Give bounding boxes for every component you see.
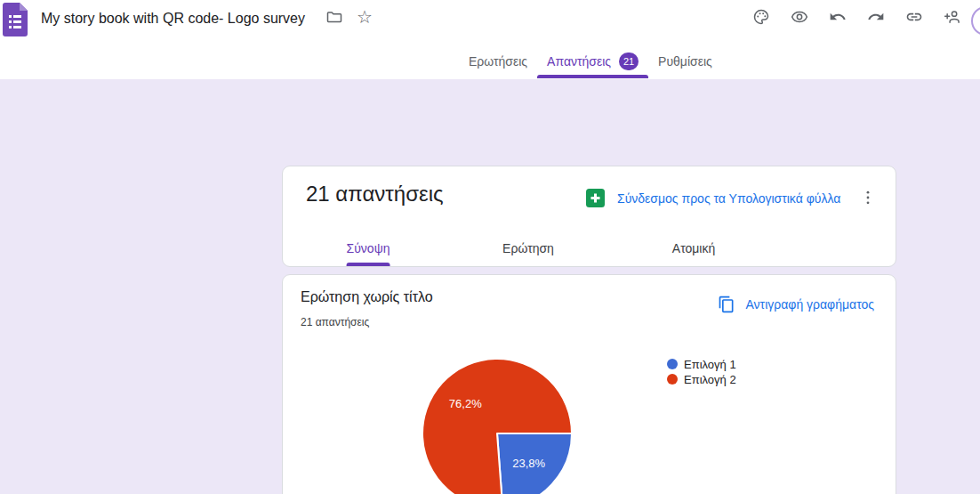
pie-percent-label: 76,2% — [449, 397, 482, 410]
pie-chart: 23,8%76,2% — [419, 355, 575, 494]
kebab-menu-icon[interactable] — [859, 189, 877, 207]
star-icon[interactable]: ☆ — [356, 8, 374, 26]
redo-icon[interactable] — [867, 8, 885, 26]
chart-legend: Επιλογή 1Επιλογή 2 — [667, 358, 736, 385]
pie-percent-label: 23,8% — [512, 457, 545, 470]
nav-tab-bar: Ερωτήσεις Απαντήσεις 21 Ρυθμίσεις — [0, 43, 980, 79]
preview-eye-icon[interactable] — [791, 8, 808, 26]
folder-icon[interactable] — [325, 8, 343, 26]
copy-chart-label: Αντιγραφή γραφήματος — [746, 297, 874, 312]
tab-questions[interactable]: Ερωτήσεις — [459, 43, 537, 79]
link-to-sheets-button[interactable]: Σύνδεσμος προς τα Υπολογιστικά φύλλα — [586, 189, 840, 207]
top-bar: My story book with QR code- Logo survey … — [0, 0, 980, 43]
tab-responses[interactable]: Απαντήσεις 21 — [537, 43, 648, 79]
legend-swatch — [667, 359, 678, 369]
responses-heading: 21 απαντήσεις — [306, 182, 444, 207]
subtab-summary[interactable]: Σύνοψη — [347, 231, 390, 266]
copy-chart-button[interactable]: Αντιγραφή γραφήματος — [718, 296, 874, 313]
question-responses-count: 21 απαντήσεις — [301, 316, 369, 328]
link-icon[interactable] — [905, 8, 923, 26]
legend-label: Επιλογή 1 — [684, 358, 736, 371]
legend-label: Επιλογή 2 — [684, 373, 736, 386]
document-title[interactable]: My story book with QR code- Logo survey — [41, 11, 305, 27]
question-card: Ερώτηση χωρίς τίτλο 21 απαντήσεις Αντιγρ… — [282, 274, 896, 494]
legend-swatch — [667, 374, 678, 385]
responses-card: 21 απαντήσεις Σύνδεσμος προς τα Υπολογισ… — [282, 166, 896, 267]
main-content-area: 21 απαντήσεις Σύνδεσμος προς τα Υπολογισ… — [0, 79, 980, 494]
sheets-plus-icon — [586, 189, 605, 207]
subtab-individual[interactable]: Ατομική — [672, 231, 715, 266]
copy-icon — [718, 296, 735, 313]
tab-settings[interactable]: Ρυθμίσεις — [648, 43, 722, 79]
add-collaborator-icon[interactable] — [944, 8, 961, 26]
subtab-question[interactable]: Ερώτηση — [502, 231, 554, 266]
responses-count-badge: 21 — [619, 53, 639, 70]
google-forms-logo-icon[interactable] — [3, 3, 28, 40]
question-title: Ερώτηση χωρίς τίτλο — [301, 289, 433, 305]
undo-icon[interactable] — [829, 8, 847, 26]
send-button-partial[interactable] — [971, 6, 980, 36]
legend-item: Επιλογή 1 — [667, 358, 736, 370]
legend-item: Επιλογή 2 — [667, 373, 736, 385]
theme-palette-icon[interactable] — [752, 8, 770, 26]
sheets-link-label: Σύνδεσμος προς τα Υπολογιστικά φύλλα — [617, 191, 840, 206]
responses-subtabs: Σύνοψη Ερώτηση Ατομική — [283, 231, 896, 266]
